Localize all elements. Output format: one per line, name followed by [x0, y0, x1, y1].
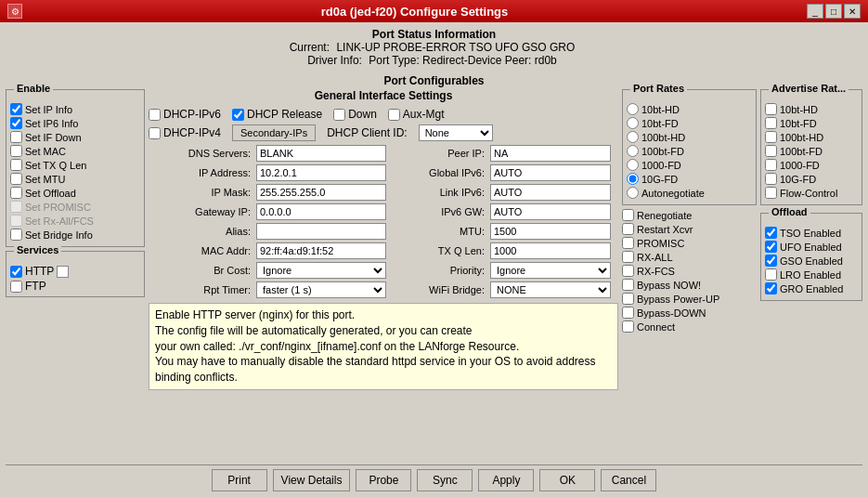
rx-all-checkbox[interactable] — [622, 251, 634, 263]
gateway-ip-value[interactable] — [256, 203, 386, 220]
link-ipv6-value[interactable] — [490, 184, 611, 201]
peer-ip-input[interactable] — [490, 145, 611, 162]
adv-1000-fd-checkbox[interactable] — [765, 159, 777, 171]
ufo-enabled-item[interactable]: UFO Enabled — [765, 241, 858, 253]
adv-10bt-hd-checkbox[interactable] — [765, 103, 777, 115]
priority-select[interactable]: Ignore — [490, 262, 611, 279]
ftp-row[interactable]: FTP — [10, 280, 140, 293]
set-mac-checkbox[interactable] — [10, 145, 22, 157]
rate-10bt-fd-radio[interactable] — [627, 117, 639, 129]
bypass-now-checkbox[interactable] — [622, 279, 634, 291]
rate-100bt-hd-radio[interactable] — [627, 131, 639, 143]
tso-enabled-item[interactable]: TSO Enabled — [765, 227, 858, 239]
gateway-ip-input[interactable] — [256, 203, 386, 220]
enable-set-tx-q-len[interactable]: Set TX Q Len — [10, 159, 140, 171]
close-button[interactable]: ✕ — [844, 4, 861, 19]
http-row[interactable]: HTTP — [10, 265, 140, 278]
secondary-ips-button[interactable]: Secondary-IPs — [232, 124, 316, 141]
sync-button[interactable]: Sync — [417, 469, 473, 491]
apply-button[interactable]: Apply — [478, 469, 534, 491]
restart-xcvr-item[interactable]: Restart Xcvr — [622, 223, 757, 235]
enable-set-if-down[interactable]: Set IF Down — [10, 131, 140, 143]
mtu-value[interactable] — [490, 223, 611, 240]
connect-checkbox[interactable] — [622, 320, 634, 333]
rate-10g-fd[interactable]: 10G-FD — [627, 173, 752, 185]
enable-set-ip6-info[interactable]: Set IP6 Info — [10, 117, 140, 129]
gro-enabled-checkbox[interactable] — [765, 282, 777, 294]
dhcp-ipv6-item[interactable]: DHCP-IPv6 — [149, 108, 221, 121]
adv-1000-fd[interactable]: 1000-FD — [765, 159, 858, 171]
adv-100bt-fd-checkbox[interactable] — [765, 145, 777, 157]
set-if-down-checkbox[interactable] — [10, 131, 22, 143]
renegotiate-checkbox[interactable] — [622, 209, 634, 221]
mtu-input[interactable] — [490, 223, 611, 240]
renegotiate-item[interactable]: Renegotiate — [622, 209, 757, 221]
rate-100bt-hd[interactable]: 100bt-HD — [627, 131, 752, 143]
alias-input[interactable] — [256, 223, 386, 240]
down-checkbox[interactable] — [333, 109, 345, 121]
restart-xcvr-checkbox[interactable] — [622, 223, 634, 235]
gso-enabled-item[interactable]: GSO Enabled — [765, 255, 858, 267]
rate-100bt-fd-radio[interactable] — [627, 145, 639, 157]
rpt-timer-value[interactable]: faster (1 s) — [256, 281, 386, 298]
aux-mgt-item[interactable]: Aux-Mgt — [388, 108, 445, 121]
alias-value[interactable] — [256, 223, 386, 240]
ipv6-gw-value[interactable] — [490, 203, 611, 220]
promisc-item[interactable]: PROMISC — [622, 237, 757, 249]
mac-addr-value[interactable] — [256, 242, 386, 259]
bypass-now-item[interactable]: Bypass NOW! — [622, 279, 757, 291]
enable-set-bridge-info[interactable]: Set Bridge Info — [10, 229, 140, 241]
rate-100bt-fd[interactable]: 100bt-FD — [627, 145, 752, 157]
gro-enabled-item[interactable]: GRO Enabled — [765, 282, 858, 294]
adv-100bt-fd[interactable]: 100bt-FD — [765, 145, 858, 157]
ipv6-gw-input[interactable] — [490, 203, 611, 220]
http-input[interactable] — [57, 266, 69, 278]
ip-mask-value[interactable] — [256, 184, 386, 201]
adv-flow-control[interactable]: Flow-Control — [765, 187, 858, 199]
enable-set-ip-info[interactable]: Set IP Info — [10, 103, 140, 115]
adv-10bt-hd[interactable]: 10bt-HD — [765, 103, 858, 115]
ip-address-value[interactable] — [256, 164, 386, 181]
minimize-button[interactable]: _ — [807, 4, 823, 19]
set-mtu-checkbox[interactable] — [10, 173, 22, 185]
link-ipv6-input[interactable] — [490, 184, 611, 201]
gso-enabled-checkbox[interactable] — [765, 255, 777, 267]
dhcp-ipv6-checkbox[interactable] — [149, 109, 161, 121]
aux-mgt-checkbox[interactable] — [388, 109, 400, 121]
dhcp-release-checkbox[interactable] — [232, 109, 244, 121]
maximize-button[interactable]: □ — [825, 4, 842, 19]
peer-ip-value[interactable] — [490, 145, 611, 162]
set-bridge-info-checkbox[interactable] — [10, 229, 22, 241]
print-button[interactable]: Print — [212, 469, 267, 491]
rate-10bt-hd[interactable]: 10bt-HD — [627, 103, 752, 115]
view-details-button[interactable]: View Details — [273, 469, 351, 491]
rx-fcs-checkbox[interactable] — [622, 265, 634, 277]
dhcp-client-id-select[interactable]: None — [419, 124, 493, 141]
dhcp-release-item[interactable]: DHCP Release — [232, 108, 322, 121]
rx-all-item[interactable]: RX-ALL — [622, 251, 757, 263]
rate-10g-fd-radio[interactable] — [627, 173, 639, 185]
bypass-power-up-item[interactable]: Bypass Power-UP — [622, 293, 757, 305]
rate-1000-fd-radio[interactable] — [627, 159, 639, 171]
adv-10g-fd-checkbox[interactable] — [765, 173, 777, 185]
rate-10bt-hd-radio[interactable] — [627, 103, 639, 115]
adv-flow-control-checkbox[interactable] — [765, 187, 777, 199]
br-cost-select[interactable]: Ignore — [256, 262, 386, 279]
dhcp-ipv4-item[interactable]: DHCP-IPv4 — [149, 126, 221, 139]
set-tx-q-len-checkbox[interactable] — [10, 159, 22, 171]
lro-enabled-item[interactable]: LRO Enabled — [765, 268, 858, 281]
promisc-checkbox[interactable] — [622, 237, 634, 249]
cancel-button[interactable]: Cancel — [601, 469, 656, 491]
mac-addr-input[interactable] — [256, 242, 386, 259]
enable-set-offload[interactable]: Set Offload — [10, 187, 140, 199]
enable-set-mac[interactable]: Set MAC — [10, 145, 140, 157]
rate-autonegotiate-radio[interactable] — [627, 187, 639, 199]
adv-100bt-hd-checkbox[interactable] — [765, 131, 777, 143]
set-ip-info-checkbox[interactable] — [10, 103, 22, 115]
rate-1000-fd[interactable]: 1000-FD — [627, 159, 752, 171]
wifi-bridge-select[interactable]: NONE — [490, 281, 611, 298]
lro-enabled-checkbox[interactable] — [765, 268, 777, 281]
tso-enabled-checkbox[interactable] — [765, 227, 777, 239]
ok-button[interactable]: OK — [539, 469, 595, 491]
adv-10g-fd[interactable]: 10G-FD — [765, 173, 858, 185]
